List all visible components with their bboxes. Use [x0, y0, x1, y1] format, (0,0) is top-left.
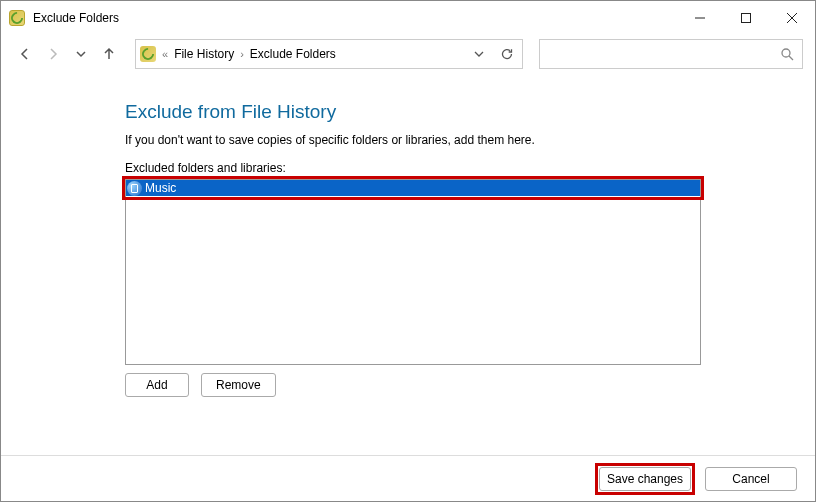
arrow-right-icon — [46, 47, 60, 61]
chevron-down-icon — [473, 48, 485, 60]
svg-rect-1 — [742, 14, 751, 23]
svg-line-5 — [789, 56, 793, 60]
chevron-down-icon — [74, 47, 88, 61]
svg-point-4 — [782, 49, 790, 57]
list-label: Excluded folders and libraries: — [125, 161, 816, 175]
minimize-icon — [695, 13, 705, 23]
list-item-label: Music — [145, 181, 176, 195]
arrow-left-icon — [18, 47, 32, 61]
minimize-button[interactable] — [677, 2, 723, 34]
search-input[interactable] — [539, 39, 803, 69]
title-bar: Exclude Folders — [1, 1, 815, 35]
maximize-button[interactable] — [723, 2, 769, 34]
app-icon — [9, 10, 25, 26]
main-content: Exclude from File History If you don't w… — [1, 73, 816, 397]
page-heading: Exclude from File History — [125, 101, 816, 123]
breadcrumb-item-file-history[interactable]: File History — [174, 47, 234, 61]
close-icon — [787, 13, 797, 23]
chevron-right-icon: › — [240, 48, 244, 60]
address-bar[interactable]: « File History › Exclude Folders — [135, 39, 523, 69]
address-dropdown-button[interactable] — [468, 43, 490, 65]
file-history-icon — [140, 46, 156, 62]
breadcrumb-lead: « — [162, 48, 168, 60]
window-title: Exclude Folders — [33, 11, 119, 25]
search-icon — [780, 47, 794, 61]
navigation-toolbar: « File History › Exclude Folders — [1, 35, 815, 73]
arrow-up-icon — [102, 47, 116, 61]
breadcrumb-item-exclude-folders[interactable]: Exclude Folders — [250, 47, 336, 61]
remove-button[interactable]: Remove — [201, 373, 276, 397]
list-item[interactable]: Music — [126, 180, 700, 196]
up-button[interactable] — [97, 42, 121, 66]
save-changes-button[interactable]: Save changes — [599, 467, 691, 491]
page-description: If you don't want to save copies of spec… — [125, 133, 816, 147]
music-library-icon — [127, 181, 142, 196]
excluded-list[interactable]: Music — [125, 179, 701, 365]
maximize-icon — [741, 13, 751, 23]
cancel-button[interactable]: Cancel — [705, 467, 797, 491]
refresh-icon — [500, 47, 514, 61]
back-button[interactable] — [13, 42, 37, 66]
dialog-footer: Save changes Cancel — [1, 455, 815, 501]
close-button[interactable] — [769, 2, 815, 34]
add-button[interactable]: Add — [125, 373, 189, 397]
refresh-button[interactable] — [496, 43, 518, 65]
recent-locations-button[interactable] — [69, 42, 93, 66]
forward-button[interactable] — [41, 42, 65, 66]
